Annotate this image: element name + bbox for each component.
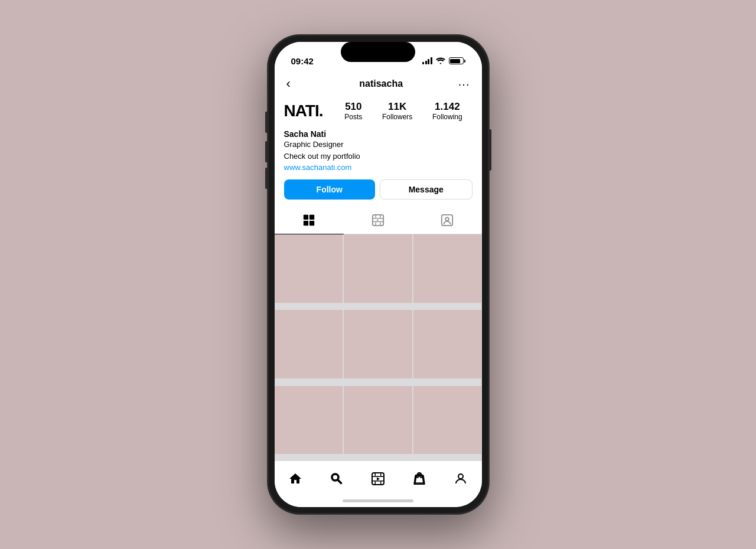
grid-cell-1[interactable] [275, 234, 343, 303]
followers-stat[interactable]: 11K Followers [382, 101, 412, 121]
signal-icon [422, 57, 432, 64]
svg-rect-17 [372, 476, 384, 478]
photo-grid [275, 234, 482, 460]
battery-icon [449, 57, 465, 64]
following-stat[interactable]: 1.142 Following [432, 101, 462, 121]
posts-label: Posts [344, 113, 362, 121]
action-buttons: Follow Message [284, 179, 472, 200]
svg-rect-20 [380, 473, 382, 476]
tab-grid[interactable] [275, 207, 344, 234]
svg-rect-9 [375, 223, 376, 226]
svg-rect-8 [380, 215, 380, 218]
svg-rect-10 [380, 223, 380, 226]
svg-rect-22 [380, 482, 382, 485]
tab-reels[interactable] [344, 207, 413, 234]
svg-rect-2 [304, 221, 308, 226]
home-indicator-bar [343, 499, 413, 502]
more-options-button[interactable]: ··· [458, 77, 470, 91]
grid-cell-2[interactable] [344, 234, 412, 303]
bottom-nav [275, 460, 482, 494]
back-button[interactable]: ‹ [286, 76, 304, 92]
posts-count: 510 [345, 101, 361, 113]
home-icon [288, 472, 302, 486]
profile-bio: Sacha Nati Graphic Designer Check out my… [284, 129, 472, 172]
svg-marker-11 [377, 220, 379, 221]
search-icon [330, 472, 344, 486]
svg-rect-19 [374, 473, 376, 476]
status-time: 09:42 [291, 56, 314, 66]
bottom-nav-home[interactable] [282, 468, 308, 489]
following-label: Following [432, 113, 462, 121]
bio-description-line1: Graphic Designer [284, 139, 472, 151]
profile-icon [454, 472, 468, 486]
follow-button[interactable]: Follow [284, 179, 376, 200]
grid-cell-9[interactable] [413, 386, 482, 455]
grid-cell-8[interactable] [344, 386, 412, 455]
dynamic-island [341, 42, 415, 62]
followers-label: Followers [382, 113, 412, 121]
profile-stats: 510 Posts 11K Followers 1.142 Following [335, 101, 472, 121]
svg-rect-21 [374, 482, 376, 485]
svg-rect-3 [309, 221, 314, 226]
reels-icon [372, 214, 384, 227]
bottom-nav-reels[interactable] [365, 468, 391, 489]
home-indicator [275, 494, 482, 507]
nav-username: natisacha [359, 79, 403, 89]
grid-cell-5[interactable] [344, 310, 412, 378]
svg-point-24 [458, 474, 463, 479]
bottom-nav-shop[interactable] [406, 468, 432, 489]
phone-mockup: 09:42 ‹ natisacha ··· [268, 35, 489, 514]
bottom-nav-search[interactable] [324, 468, 350, 489]
grid-cell-6[interactable] [413, 310, 482, 378]
svg-point-13 [445, 217, 449, 221]
reels-nav-icon [371, 472, 385, 486]
wifi-icon [436, 57, 445, 64]
bio-description-line2: Check out my portfolio [284, 151, 472, 162]
grid-cell-3[interactable] [413, 234, 482, 303]
posts-stat: 510 Posts [344, 101, 362, 121]
nav-bar: ‹ natisacha ··· [275, 71, 482, 96]
svg-rect-18 [372, 481, 384, 482]
bio-website-link[interactable]: www.sachanati.com [284, 163, 352, 172]
grid-cell-4[interactable] [275, 310, 343, 378]
shop-icon [412, 472, 426, 486]
tagged-icon [441, 214, 454, 227]
bottom-nav-profile[interactable] [448, 468, 474, 489]
phone-screen: 09:42 ‹ natisacha ··· [275, 42, 482, 507]
grid-icon [302, 214, 315, 227]
svg-rect-0 [304, 215, 308, 220]
tab-bar [275, 207, 482, 234]
followers-count: 11K [388, 101, 406, 113]
grid-cell-7[interactable] [275, 386, 343, 455]
profile-section: NATI. 510 Posts 11K Followers 1.142 Foll… [275, 96, 482, 207]
svg-rect-7 [375, 215, 376, 218]
message-button[interactable]: Message [380, 179, 472, 200]
profile-logo: NATI. [284, 102, 323, 120]
tab-tagged[interactable] [413, 207, 482, 234]
bio-name: Sacha Nati [284, 129, 472, 139]
following-count: 1.142 [435, 101, 460, 113]
svg-point-14 [332, 475, 338, 481]
status-icons [422, 57, 465, 64]
svg-rect-1 [309, 215, 314, 220]
svg-marker-23 [377, 478, 380, 481]
svg-rect-6 [373, 221, 383, 222]
svg-rect-5 [373, 218, 383, 218]
profile-header: NATI. 510 Posts 11K Followers 1.142 Foll… [284, 101, 472, 121]
